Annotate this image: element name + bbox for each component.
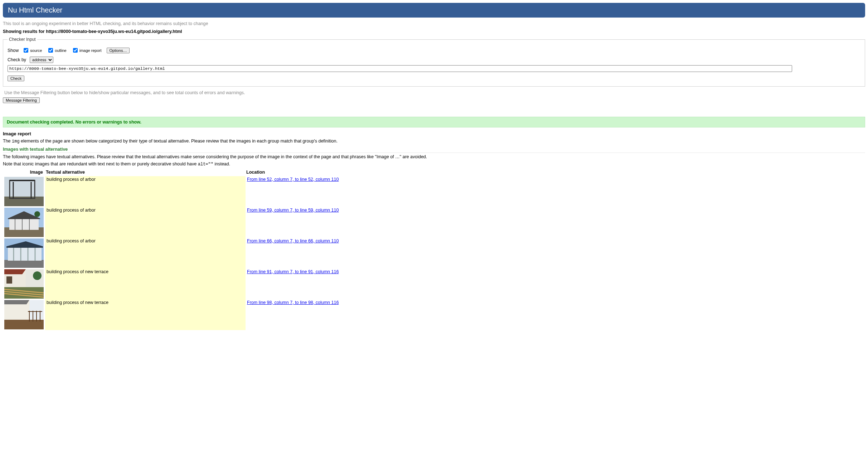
th-loc: Location — [246, 169, 340, 176]
check-button[interactable]: Check — [8, 76, 24, 81]
alt-text-cell: building process of arbor — [45, 238, 246, 269]
image-thumbnail — [4, 269, 44, 299]
image-thumbnail — [4, 177, 44, 206]
results-for-text: Showing results for https://8000-tomato-… — [3, 29, 865, 34]
image-thumbnail-cell — [3, 299, 45, 330]
svg-marker-33 — [4, 300, 29, 304]
intro-pre: The — [3, 139, 12, 144]
location-cell: From line 91, column 7, to line 91, colu… — [246, 269, 340, 299]
image-thumbnail-cell — [3, 176, 45, 207]
location-link[interactable]: From line 59, column 7, to line 59, colu… — [247, 208, 339, 213]
checkbox-imagereport-text: image report — [79, 48, 102, 53]
alt-text-cell: building process of arbor — [45, 176, 246, 207]
checkbox-outline[interactable] — [48, 48, 53, 53]
image-thumbnail-cell — [3, 269, 45, 299]
show-row: Show source outline image report Options… — [8, 47, 860, 54]
image-thumbnail — [4, 238, 44, 268]
svg-marker-24 — [4, 269, 26, 274]
table-row: building process of arborFrom line 66, c… — [3, 238, 340, 269]
checkby-row: Check by address — [8, 57, 860, 63]
svg-rect-17 — [8, 248, 42, 261]
note-code: alt="" — [198, 162, 213, 167]
tagline-text: This tool is an ongoing experiment in be… — [3, 21, 865, 26]
checkbox-outline-text: outline — [55, 48, 66, 53]
image-thumbnail-cell — [3, 238, 45, 269]
checkbox-imagereport[interactable] — [73, 48, 78, 53]
intro-code: img — [12, 139, 20, 144]
address-input[interactable] — [8, 65, 792, 72]
svg-rect-34 — [4, 320, 44, 329]
checker-input-fieldset: Checker Input Show source outline image … — [3, 37, 865, 87]
images-with-alt-intro: The following images have textual altern… — [3, 154, 865, 159]
th-image: Image — [3, 169, 45, 176]
images-with-alt-note: Note that iconic images that are redunda… — [3, 161, 865, 167]
app-title: Nu Html Checker — [8, 6, 860, 14]
message-filtering-button[interactable]: Message Filtering — [3, 97, 40, 103]
location-cell: From line 98, column 7, to line 98, colu… — [246, 299, 340, 330]
image-report-intro: The img elements of the page are shown b… — [3, 139, 865, 144]
image-report-table: Image Textual alternative Location build… — [3, 169, 340, 330]
checkbox-source-text: source — [30, 48, 42, 53]
checkbox-outline-label[interactable]: outline — [47, 47, 66, 54]
location-link[interactable]: From line 52, column 7, to line 52, colu… — [247, 177, 339, 182]
location-link[interactable]: From line 98, column 7, to line 98, colu… — [247, 300, 339, 305]
success-message: Document checking completed. No errors o… — [3, 117, 865, 127]
options-button[interactable]: Options… — [107, 48, 130, 53]
table-row: building process of new terraceFrom line… — [3, 299, 340, 330]
alt-text-cell: building process of new terrace — [45, 299, 246, 330]
fieldset-legend: Checker Input — [8, 37, 37, 42]
image-thumbnail — [4, 208, 44, 237]
th-alt: Textual alternative — [45, 169, 246, 176]
checkby-label: Check by — [8, 57, 26, 62]
location-link[interactable]: From line 91, column 7, to line 91, colu… — [247, 269, 339, 274]
svg-point-13 — [34, 211, 40, 217]
location-link[interactable]: From line 66, column 7, to line 66, colu… — [247, 238, 339, 243]
svg-rect-25 — [6, 276, 12, 284]
address-input-wrap — [8, 65, 792, 72]
note-post: instead. — [213, 161, 230, 166]
intro-post: elements of the page are shown below cat… — [20, 139, 338, 144]
note-pre: Note that iconic images that are redunda… — [3, 161, 198, 166]
table-row: building process of new terraceFrom line… — [3, 269, 340, 299]
image-thumbnail-cell — [3, 207, 45, 238]
show-label: Show — [8, 48, 19, 53]
location-cell: From line 52, column 7, to line 52, colu… — [246, 176, 340, 207]
checkbox-imagereport-label[interactable]: image report — [72, 47, 102, 54]
svg-rect-15 — [4, 260, 44, 268]
svg-point-30 — [33, 271, 42, 280]
svg-rect-9 — [9, 219, 39, 230]
location-cell: From line 59, column 7, to line 59, colu… — [246, 207, 340, 238]
images-with-alt-heading: Images with textual alternative — [3, 147, 865, 153]
alt-text-cell: building process of new terrace — [45, 269, 246, 299]
checkbox-source-label[interactable]: source — [22, 47, 42, 54]
alt-text-cell: building process of arbor — [45, 207, 246, 238]
table-row: building process of arborFrom line 52, c… — [3, 176, 340, 207]
image-thumbnail — [4, 300, 44, 329]
checkby-select[interactable]: address — [30, 57, 53, 63]
table-row: building process of arborFrom line 59, c… — [3, 207, 340, 238]
image-report-heading: Image report — [3, 131, 865, 136]
checkbox-source[interactable] — [24, 48, 28, 53]
app-header: Nu Html Checker — [3, 3, 865, 18]
filter-hint-text: Use the Message Filtering button below t… — [4, 90, 865, 95]
location-cell: From line 66, column 7, to line 66, colu… — [246, 238, 340, 269]
